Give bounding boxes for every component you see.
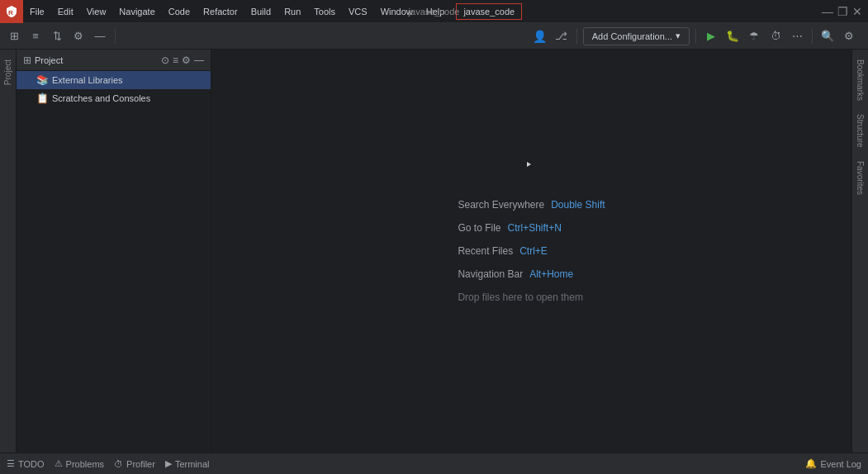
menu-help[interactable]: Help [420,0,452,22]
toolbar-separator-2 [576,29,577,44]
problems-label: Problems [66,459,104,469]
menu-tools[interactable]: Tools [307,0,342,22]
menu-vcs[interactable]: VCS [342,0,374,22]
status-bar: ☰ TODO ⚠ Problems ⏱ Profiler ▶ Terminal … [0,453,868,474]
minimize-button[interactable]: — [822,6,833,17]
external-libraries-label: External Libraries [52,75,123,85]
goto-file-shortcut[interactable]: Ctrl+Shift+N [507,222,561,234]
config-arrow-icon: ▾ [676,31,681,41]
panel-gear-icon[interactable]: ⚙ [182,55,191,66]
add-configuration-button[interactable]: Add Configuration... ▾ [583,27,690,45]
toolbar-separator-3 [695,29,696,44]
status-problems[interactable]: ⚠ Problems [55,458,104,469]
hint-recent-files: Recent Files Ctrl+E [458,245,605,257]
tree-item-external-libraries[interactable]: 📚 External Libraries [17,71,211,89]
drop-files-text: Drop files here to open them [458,292,582,303]
panel-icon-folder: ⊞ [23,55,31,66]
project-panel: ⊞ Project ⊙ ≡ ⚙ — 📚 External Libraries 📋… [17,50,211,453]
status-profiler[interactable]: ⏱ Profiler [114,459,155,469]
todo-label: TODO [18,459,45,469]
profile-icon[interactable]: 👤 [531,27,549,45]
add-config-label: Add Configuration... [592,31,672,41]
terminal-icon: ▶ [165,458,172,469]
problems-icon: ⚠ [55,458,63,469]
toolbar-right: 👤 ⎇ Add Configuration... ▾ ▶ 🐛 ☂ ⏱ ⋯ 🔍 ⚙ [531,27,863,45]
panel-collapse-icon[interactable]: ≡ [173,55,178,66]
sidebar-tab-project[interactable]: Project [1,53,15,92]
toolbar-separator-1 [115,29,116,44]
status-todo[interactable]: ☰ TODO [7,458,45,469]
project-title-tab[interactable]: javase_code [456,3,522,20]
title-bar: R File Edit View Navigate Code Refactor … [0,0,868,23]
window-controls: — ❐ ✕ [822,6,868,17]
menu-build[interactable]: Build [244,0,277,22]
search-everywhere-button[interactable]: 🔍 [818,27,837,45]
event-log-label: Event Log [820,459,861,469]
svg-text:R: R [8,9,13,17]
toolbar-icon-btn-1[interactable]: ⊞ [5,27,23,45]
panel-close-icon[interactable]: — [194,55,204,66]
hint-drop-files: Drop files here to open them [458,292,605,303]
status-terminal[interactable]: ▶ Terminal [165,458,210,469]
settings-button[interactable]: ⚙ [840,27,858,45]
toolbar-icon-btn-3[interactable]: ⇅ [48,27,66,45]
menu-view[interactable]: View [80,0,113,22]
run-button[interactable]: ▶ [702,27,720,45]
menu-code[interactable]: Code [162,0,197,22]
toolbar-icon-btn-2[interactable]: ≡ [26,27,45,45]
todo-icon: ☰ [7,458,15,469]
welcome-hints: Search Everywhere Double Shift Go to Fil… [458,199,605,303]
event-log-button[interactable]: 🔔 Event Log [805,458,861,469]
menu-edit[interactable]: Edit [51,0,80,22]
toolbar-separator-4 [812,29,813,44]
mouse-cursor [527,162,532,167]
toolbar-settings-btn[interactable]: ⚙ [69,27,88,45]
toolbar: ⊞ ≡ ⇅ ⚙ — 👤 ⎇ Add Configuration... ▾ ▶ 🐛… [0,23,868,50]
menu-file[interactable]: File [23,0,51,22]
coverage-button[interactable]: ☂ [745,27,763,45]
profiler-label: Profiler [126,459,155,469]
right-sidebar-strip: Bookmarks Structure Favorites [851,50,868,453]
sidebar-tab-bookmarks[interactable]: Bookmarks [853,53,867,107]
profile-run-button[interactable]: ⏱ [766,27,785,45]
toolbar-hide-btn[interactable]: — [91,27,109,45]
sidebar-tab-favorites[interactable]: Favorites [853,154,867,201]
scratches-label: Scratches and Consoles [52,93,150,103]
status-right: 🔔 Event Log [805,458,861,469]
vcs-branch-icon[interactable]: ⎇ [553,27,571,45]
close-button[interactable]: ✕ [851,6,863,17]
scratches-icon: 📋 [36,92,49,104]
external-libraries-icon: 📚 [36,74,49,86]
sidebar-tab-structure[interactable]: Structure [853,107,867,154]
recent-files-label: Recent Files [458,245,513,257]
restore-button[interactable]: ❐ [837,6,848,17]
hint-search-everywhere: Search Everywhere Double Shift [458,199,605,211]
search-everywhere-shortcut[interactable]: Double Shift [551,199,605,211]
project-panel-title: Project [35,55,158,65]
terminal-label: Terminal [175,459,210,469]
more-actions-button[interactable]: ⋯ [788,27,806,45]
project-tree: 📚 External Libraries 📋 Scratches and Con… [17,71,211,453]
menu-window[interactable]: Window [374,0,420,22]
menu-navigate[interactable]: Navigate [112,0,161,22]
event-log-icon: 🔔 [805,458,817,469]
recent-files-shortcut[interactable]: Ctrl+E [519,245,548,257]
profiler-icon: ⏱ [114,459,123,469]
navigation-bar-label: Navigation Bar [458,268,523,280]
project-panel-header: ⊞ Project ⊙ ≡ ⚙ — [17,50,211,71]
search-everywhere-label: Search Everywhere [458,199,544,211]
left-sidebar-strip: Project [0,50,17,453]
hint-goto-file: Go to File Ctrl+Shift+N [458,222,605,234]
main-area: Project ⊞ Project ⊙ ≡ ⚙ — 📚 External Lib… [0,50,868,453]
debug-button[interactable]: 🐛 [723,27,742,45]
app-icon: R [0,0,23,23]
menu-refactor[interactable]: Refactor [197,0,244,22]
panel-scroll-icon[interactable]: ⊙ [161,55,169,66]
navigation-bar-shortcut[interactable]: Alt+Home [529,268,573,280]
goto-file-label: Go to File [458,222,500,234]
menu-bar: File Edit View Navigate Code Refactor Bu… [23,0,451,22]
tree-item-scratches[interactable]: 📋 Scratches and Consoles [17,89,211,107]
hint-navigation-bar: Navigation Bar Alt+Home [458,268,605,280]
editor-area: Search Everywhere Double Shift Go to Fil… [211,50,851,453]
menu-run[interactable]: Run [277,0,307,22]
